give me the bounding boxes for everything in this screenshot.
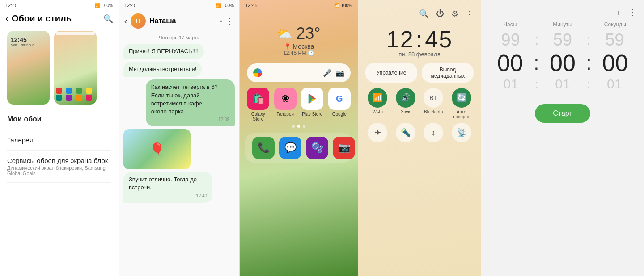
battery-1: 100% bbox=[102, 3, 113, 8]
status-icons-3: 📶 100% bbox=[334, 3, 352, 8]
app-google[interactable]: G Google bbox=[328, 88, 351, 121]
avatar: Н bbox=[131, 13, 146, 29]
toggle-nfc[interactable]: ↕ bbox=[421, 123, 446, 144]
nfc-toggle-circle[interactable]: ↕ bbox=[424, 123, 443, 142]
start-button[interactable]: Старт bbox=[535, 104, 590, 123]
bluetooth-toggle-circle[interactable]: BT bbox=[424, 88, 443, 108]
clock-minutes: 45 bbox=[425, 26, 453, 53]
app-galaxy-store[interactable]: 🛍️ Galaxy Store bbox=[247, 88, 270, 121]
bubbles-icon: 🫧 bbox=[306, 137, 328, 159]
wallpaper-thumb-2[interactable] bbox=[54, 31, 97, 105]
chevron-down-icon[interactable]: ▾ bbox=[220, 19, 222, 24]
airplane-toggle-circle[interactable]: ✈ bbox=[368, 123, 387, 142]
home-icon-teal bbox=[56, 95, 62, 101]
sep-top-1: : bbox=[533, 32, 540, 48]
dock-messages[interactable]: 💬 bbox=[279, 137, 301, 159]
message-5-text: Звучит отлично. Тогда до встречи. bbox=[129, 176, 197, 191]
toggle-wifi[interactable]: 📶 Wi-Fi bbox=[365, 88, 390, 119]
main-minutes: 00 bbox=[541, 50, 584, 76]
timer-more-icon[interactable]: ⋮ bbox=[629, 7, 637, 18]
settings-icon[interactable]: ⚙ bbox=[451, 9, 458, 19]
more-icon[interactable]: ⋮ bbox=[226, 16, 234, 26]
power-icon[interactable]: ⏻ bbox=[436, 9, 444, 19]
wallpaper-thumb-1[interactable]: 12:45 Mon, February 28 bbox=[7, 31, 50, 105]
thumb-time: 12:45 bbox=[11, 36, 46, 43]
phone-icon: 📞 bbox=[252, 137, 275, 159]
sep-main-2: : bbox=[585, 52, 593, 74]
dot-3 bbox=[303, 125, 305, 128]
panel-timer: ＋ ⋮ Часы Минуты Секунды 99 : 59 : 59 00 … bbox=[481, 0, 644, 276]
message-3: Как насчет четверга в 6?Если ты ок, дава… bbox=[146, 79, 235, 126]
sep-sub-1: : bbox=[534, 77, 540, 91]
google-icon: G bbox=[328, 88, 351, 110]
google-g-icon bbox=[253, 68, 262, 77]
panel-quick-settings: 🔍 ⏻ ⚙ ⋮ 12 : 45 пн, 28 февраля Управлени… bbox=[358, 0, 481, 276]
chat-back-icon[interactable]: ‹ bbox=[124, 17, 127, 26]
wallpaper-header: ‹ Обои и стиль 🔍 bbox=[0, 11, 119, 26]
dock-bubbles[interactable]: 🫧 bbox=[306, 137, 328, 159]
thumb-search bbox=[56, 32, 95, 35]
back-icon[interactable]: ‹ bbox=[5, 14, 8, 23]
clock-hours: 12 bbox=[386, 26, 414, 53]
galaxy-store-icon: 🛍️ bbox=[247, 88, 269, 110]
lens-icon[interactable]: 📷 bbox=[335, 69, 344, 77]
toggle-autorotate[interactable]: 🔄 Автоповорот bbox=[449, 88, 474, 119]
panel-wallpaper: 12:45 📶 100% ‹ Обои и стиль 🔍 12:45 Mon,… bbox=[0, 0, 119, 276]
more-qs-icon[interactable]: ⋮ bbox=[466, 9, 474, 19]
menu-item-gallery[interactable]: Галерея bbox=[7, 130, 111, 151]
gallery-label: Галерея bbox=[277, 112, 294, 117]
home-icon-pink bbox=[86, 95, 92, 101]
sep-sub-2: : bbox=[585, 77, 592, 91]
home-icon-blue bbox=[66, 88, 72, 94]
media-control-btn[interactable]: Управление bbox=[365, 63, 417, 83]
media-output-btn[interactable]: Вывод медиаданных bbox=[422, 63, 474, 83]
weather-city: 📍 Москва bbox=[284, 43, 314, 50]
toggle-airplane[interactable]: ✈ bbox=[365, 123, 390, 144]
clock-display: 12 : 45 пн, 28 февраля bbox=[365, 26, 474, 58]
app-grid: 🛍️ Galaxy Store ❀ Галерея Play Store G G… bbox=[240, 88, 358, 121]
wifi-toggle-circle[interactable]: 📶 bbox=[368, 88, 387, 108]
home-icon-orange bbox=[76, 95, 82, 101]
wallpaper-title: Обои и стиль bbox=[12, 13, 100, 24]
toggle-bluetooth[interactable]: BT Bluetooth bbox=[421, 88, 446, 119]
thumb-home-icons bbox=[56, 88, 95, 101]
home-icon-red bbox=[56, 88, 62, 94]
dock-phone[interactable]: 📞 bbox=[252, 137, 275, 159]
panel-home: 12:45 📶 100% ⛅ 23° 📍 Москва 12:45 PM 🕐 🎤… bbox=[239, 0, 358, 276]
toggle-sound[interactable]: 🔊 Звук bbox=[394, 88, 418, 119]
dock-camera[interactable]: 📷 bbox=[333, 137, 355, 159]
message-3-time: 12:39 bbox=[151, 117, 229, 123]
top-hours: 99 bbox=[488, 30, 533, 50]
menu-item-my-wallpapers[interactable]: Мои обои bbox=[7, 109, 111, 130]
message-2: Мы должны встретиться! bbox=[123, 62, 202, 77]
toggle-hotspot[interactable]: 📡 bbox=[449, 123, 474, 144]
wallpaper-menu: Мои обои Галерея Сервисы обоев для экран… bbox=[0, 109, 119, 183]
qs-icons-row: 🔍 ⏻ ⚙ ⋮ bbox=[365, 9, 474, 21]
mic-icon[interactable]: 🎤 bbox=[323, 69, 332, 77]
sub-hours: 01 bbox=[488, 76, 534, 92]
app-play-store[interactable]: Play Store bbox=[301, 88, 324, 121]
page-dots bbox=[240, 121, 358, 131]
col-label-hours: Часы bbox=[488, 21, 532, 28]
sep-main-1: : bbox=[532, 52, 541, 74]
home-search-bar[interactable]: 🎤 📷 bbox=[247, 63, 351, 82]
hotspot-toggle-circle[interactable]: 📡 bbox=[452, 123, 471, 142]
autorotate-toggle-circle[interactable]: 🔄 bbox=[452, 88, 471, 108]
search-icon[interactable]: 🔍 bbox=[103, 14, 113, 24]
add-timer-icon[interactable]: ＋ bbox=[614, 7, 623, 18]
dot-2 bbox=[297, 125, 300, 128]
camera-icon: 📷 bbox=[333, 137, 355, 159]
dot-1 bbox=[292, 125, 295, 128]
app-gallery[interactable]: ❀ Галерея bbox=[274, 88, 297, 121]
torch-toggle-circle[interactable]: 🔦 bbox=[396, 123, 415, 142]
toggle-torch[interactable]: 🔦 bbox=[394, 123, 418, 144]
wifi-icon-1: 📶 bbox=[95, 3, 100, 8]
sound-toggle-circle[interactable]: 🔊 bbox=[396, 88, 415, 108]
main-hours: 00 bbox=[488, 50, 532, 76]
messages-icon: 💬 bbox=[279, 137, 301, 159]
search-qs-icon[interactable]: 🔍 bbox=[419, 9, 429, 19]
menu-item-services[interactable]: Сервисы обоев для экрана блок Динамическ… bbox=[7, 151, 111, 183]
play-store-label: Play Store bbox=[302, 112, 322, 117]
status-time-1: 12:45 bbox=[5, 3, 18, 8]
chat-name: Наташа bbox=[149, 17, 216, 25]
